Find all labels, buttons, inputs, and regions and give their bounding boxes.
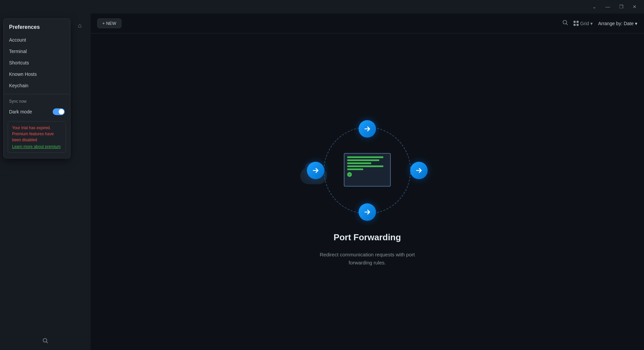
- arrow-node-left: [307, 162, 324, 179]
- close-btn[interactable]: ✕: [629, 1, 640, 12]
- terminal-badge: [347, 172, 352, 177]
- terminal-screen: [344, 153, 391, 187]
- titlebar: ⌄ — ❐ ✕: [0, 0, 644, 13]
- port-forwarding-hero: Port Forwarding Redirect communication r…: [310, 117, 424, 267]
- svg-line-3: [566, 24, 568, 25]
- dark-mode-toggle[interactable]: [53, 108, 65, 115]
- pref-dark-mode-row: Dark mode: [4, 106, 70, 118]
- pref-trial-box: Your trial has expired. Premium features…: [8, 121, 66, 153]
- pref-divider: [4, 94, 70, 94]
- learn-more-premium-link[interactable]: Learn more about premium: [12, 144, 62, 149]
- svg-point-0: [43, 339, 47, 342]
- topbar: + NEW Grid ▾ Arrange by: Date ▾: [91, 13, 644, 34]
- svg-rect-4: [574, 21, 576, 23]
- terminal-line-2: [347, 159, 379, 161]
- pref-item-account[interactable]: Account: [4, 34, 70, 46]
- pref-item-terminal[interactable]: Terminal: [4, 46, 70, 57]
- minimize-btn[interactable]: —: [602, 1, 613, 12]
- arrange-chevron-icon: ▾: [635, 21, 637, 26]
- pref-sync[interactable]: Sync now: [4, 97, 70, 106]
- arrow-node-top: [359, 120, 376, 138]
- pref-item-shortcuts[interactable]: Shortcuts: [4, 57, 70, 68]
- grid-chevron-icon: ▾: [590, 21, 593, 26]
- svg-line-1: [47, 342, 48, 343]
- terminal-line-4: [347, 165, 383, 167]
- svg-rect-6: [574, 24, 576, 26]
- arrow-node-bottom: [359, 203, 376, 221]
- svg-rect-5: [577, 21, 579, 23]
- preferences-dropdown: Preferences Account Terminal Shortcuts K…: [3, 18, 70, 158]
- toggle-knob: [59, 109, 64, 114]
- search-btn[interactable]: [40, 335, 51, 346]
- grid-view-button[interactable]: Grid ▾: [574, 21, 593, 26]
- hero-subtitle: Redirect communication requests with por…: [317, 251, 418, 267]
- titlebar-controls: ⌄ — ❐ ✕: [589, 1, 640, 12]
- trial-expired-text: Your trial has expired. Premium features…: [12, 125, 62, 143]
- terminal-line-1: [347, 156, 383, 158]
- arrow-node-right: [410, 162, 428, 179]
- chevron-down-btn[interactable]: ⌄: [589, 1, 600, 12]
- topbar-right: Grid ▾ Arrange by: Date ▾: [562, 19, 637, 27]
- hero-title: Port Forwarding: [334, 232, 401, 243]
- diagram-container: [310, 117, 424, 224]
- main-content: Port Forwarding Redirect communication r…: [91, 34, 644, 350]
- svg-rect-7: [577, 24, 579, 26]
- terminal-line-3: [347, 162, 371, 164]
- terminal-line-5: [347, 168, 363, 170]
- dark-mode-label: Dark mode: [9, 109, 32, 114]
- grid-label: Grid: [580, 21, 589, 26]
- pref-item-keychain[interactable]: Keychain: [4, 80, 70, 91]
- preferences-title: Preferences: [4, 23, 70, 34]
- arrange-button[interactable]: Arrange by: Date ▾: [598, 21, 637, 26]
- svg-point-2: [563, 20, 567, 24]
- pref-item-known-hosts[interactable]: Known Hosts: [4, 68, 70, 80]
- new-button[interactable]: + NEW: [97, 18, 121, 28]
- arrange-label: Arrange by: Date: [598, 21, 634, 26]
- topbar-search-icon[interactable]: [562, 19, 568, 27]
- home-btn[interactable]: ⌂: [74, 20, 85, 31]
- maximize-btn[interactable]: ❐: [616, 1, 627, 12]
